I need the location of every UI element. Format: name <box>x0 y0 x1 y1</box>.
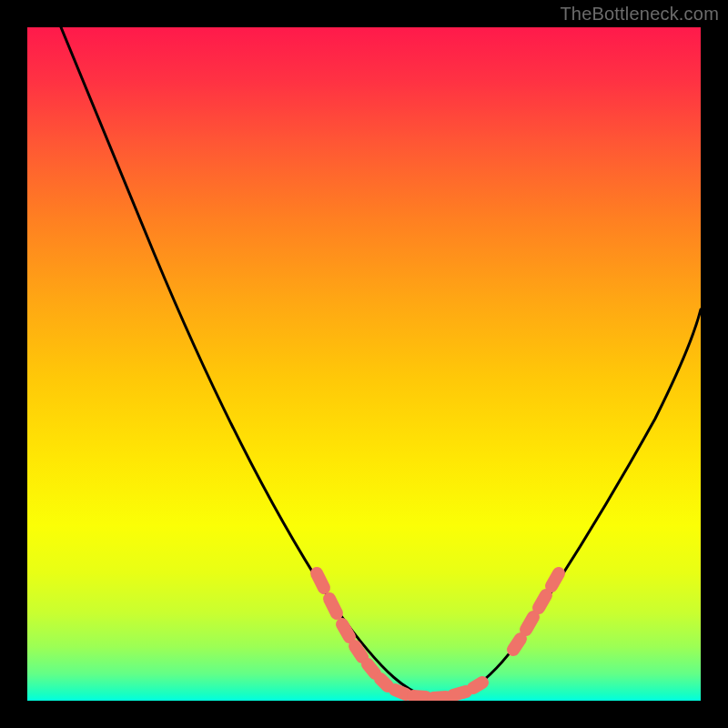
curve-markers <box>317 573 559 698</box>
svg-line-3 <box>355 646 362 657</box>
svg-line-10 <box>473 682 482 688</box>
svg-line-8 <box>433 697 446 698</box>
svg-line-1 <box>329 599 337 613</box>
svg-line-14 <box>551 573 559 586</box>
svg-line-2 <box>342 624 349 637</box>
svg-line-4 <box>368 664 375 673</box>
svg-line-7 <box>413 696 426 697</box>
svg-line-0 <box>317 573 324 588</box>
chart-frame: TheBottleneck.com <box>0 0 728 728</box>
svg-line-6 <box>395 690 406 694</box>
svg-line-9 <box>453 692 466 695</box>
plot-area <box>27 27 701 701</box>
svg-line-12 <box>526 617 533 630</box>
svg-line-13 <box>539 595 546 608</box>
bottleneck-curve <box>27 27 701 701</box>
curve-path <box>61 27 701 699</box>
svg-line-5 <box>380 679 388 686</box>
watermark-text: TheBottleneck.com <box>560 4 719 25</box>
svg-line-11 <box>513 639 521 650</box>
